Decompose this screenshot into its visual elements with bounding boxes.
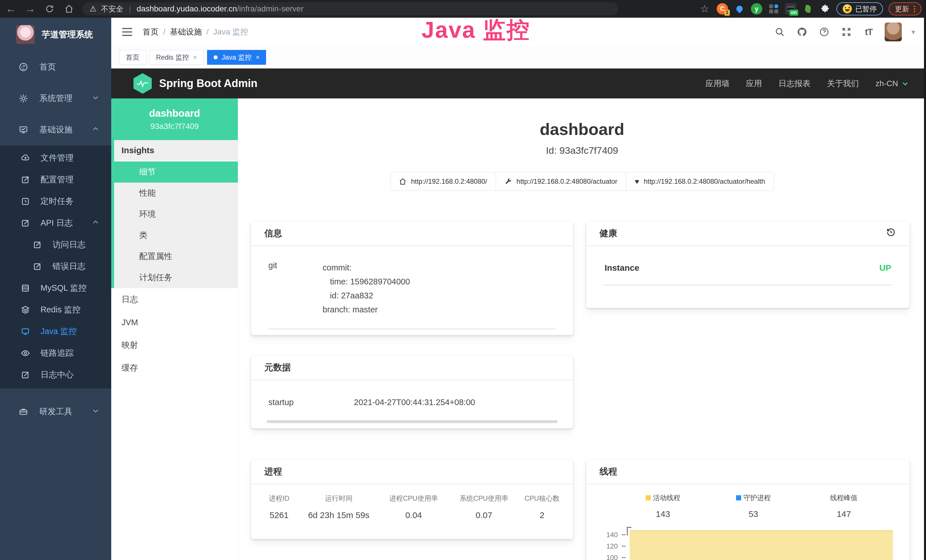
help-icon[interactable]: [818, 26, 831, 38]
daemon-threads-swatch: [736, 495, 741, 500]
app-logo-row[interactable]: 芋道管理系统: [0, 18, 111, 51]
home-icon[interactable]: [63, 3, 75, 15]
browser-menu-icon[interactable]: [914, 6, 915, 12]
cloud-upload-icon: [20, 153, 31, 163]
y-tick-100: 100: [596, 554, 618, 560]
stat-label: 活动线程: [653, 493, 681, 502]
sba-item-configprops[interactable]: 配置属性: [114, 246, 238, 267]
sba-item-classes[interactable]: 类: [114, 225, 238, 246]
breadcrumb-current: Java 监控: [213, 27, 248, 37]
search-icon[interactable]: [773, 26, 786, 38]
row-divider: [604, 285, 892, 285]
extension-pin-icon[interactable]: [734, 3, 745, 15]
address-bar[interactable]: ⚠ 不安全 | dashboard.yudao.iocoder.cn/infra…: [82, 2, 618, 15]
sba-nav-applications[interactable]: 应用: [746, 78, 762, 89]
sba-nav-about[interactable]: 关于我们: [827, 78, 859, 89]
y-tickmark: [622, 546, 626, 546]
sba-nav-wallboard[interactable]: 应用墙: [705, 78, 729, 89]
service-url-button[interactable]: http://192.168.0.2:48080/: [390, 172, 496, 191]
sba-item-metrics[interactable]: 性能: [114, 183, 238, 204]
sba-header: Spring Boot Admin 应用墙 应用 日志报表 关于我们 zh-CN: [111, 68, 926, 98]
val-system-cpu: 0.07: [449, 510, 519, 520]
tag-label: Java 监控: [222, 53, 251, 62]
sidebar-item-logcenter[interactable]: 日志中心: [0, 364, 111, 386]
chevron-down-icon: [92, 407, 99, 416]
close-icon[interactable]: ×: [193, 53, 197, 61]
sidebar-item-job[interactable]: 定时任务: [0, 191, 111, 212]
heartbeat-icon: ♥: [635, 178, 639, 185]
extension-leaf-icon[interactable]: [802, 3, 814, 15]
sidebar-item-devtools[interactable]: 研发工具: [0, 396, 111, 427]
health-card-title: 健康: [599, 227, 617, 239]
avatar-caret-icon[interactable]: ▾: [911, 28, 915, 36]
breadcrumb-home[interactable]: 首页: [142, 27, 159, 37]
sidebar-item-redis[interactable]: Redis 监控: [0, 299, 111, 321]
extension-badge: 1: [724, 10, 730, 16]
horizontal-scrollbar[interactable]: [267, 420, 558, 423]
stat-live-threads: 活动线程 143: [618, 493, 708, 519]
val-uptime: 6d 23h 15m 59s: [299, 510, 378, 520]
sidebar-item-label: Java 监控: [41, 326, 77, 337]
sidebar-item-mysql[interactable]: MySQL 监控: [0, 277, 111, 299]
y-tickmark: [622, 534, 626, 535]
sidebar-item-infra[interactable]: 基础设施: [0, 114, 111, 145]
sba-item-details[interactable]: 细节: [114, 162, 238, 183]
tag-redis[interactable]: Redis 监控 ×: [150, 50, 204, 65]
history-icon[interactable]: [885, 227, 896, 240]
row-divider: [268, 328, 556, 329]
sidebar-item-accesslog[interactable]: 访问日志: [0, 234, 111, 256]
sba-item-scheduledtasks[interactable]: 计划任务: [114, 267, 238, 288]
sidebar-item-trace[interactable]: 链路追踪: [0, 342, 111, 364]
sba-nav-journal[interactable]: 日志报表: [779, 78, 811, 89]
sidebar-item-home[interactable]: 首页: [0, 51, 111, 83]
stat-peak-threads: 线程峰值 147: [799, 493, 889, 519]
close-icon[interactable]: ×: [256, 53, 260, 61]
chrome-update-button[interactable]: 更新: [889, 2, 921, 15]
github-icon[interactable]: [796, 26, 808, 38]
sba-item-environment[interactable]: 环境: [114, 204, 238, 225]
bookmark-star-icon[interactable]: ☆: [698, 3, 711, 15]
instance-header: dashboard 93a3fc7f7409: [111, 98, 238, 140]
sidebar-item-system[interactable]: 系统管理: [0, 83, 111, 114]
sba-item-logging[interactable]: 日志: [111, 288, 238, 311]
sidebar-item-java-monitor[interactable]: Java 监控: [0, 321, 111, 342]
fullscreen-icon[interactable]: [840, 26, 853, 38]
actuator-url-button[interactable]: http://192.168.0.2:48080/actuator: [496, 172, 626, 191]
sidebar-item-file[interactable]: 文件管理: [0, 147, 111, 169]
profile-paused-pill[interactable]: 已暂停: [837, 2, 883, 15]
sidebar-item-apilog[interactable]: API 日志: [0, 212, 111, 234]
sba-item-caches[interactable]: 缓存: [111, 357, 238, 380]
process-table-values: 5261 6d 23h 15m 59s 0.04 0.07 2: [259, 510, 565, 520]
extension-colorzilla-icon[interactable]: C1: [717, 3, 728, 15]
breadcrumb-infra[interactable]: 基础设施: [170, 27, 202, 37]
sidebar-item-errorlog[interactable]: 错误日志: [0, 256, 111, 277]
user-avatar[interactable]: [885, 23, 902, 41]
hamburger-icon[interactable]: [122, 28, 132, 36]
instance-links: http://192.168.0.2:48080/ http://192.168…: [238, 172, 926, 191]
sidebar-item-label: 系统管理: [39, 93, 73, 104]
extensions-puzzle-icon[interactable]: [819, 3, 831, 15]
back-icon[interactable]: ←: [5, 3, 17, 15]
health-url-button[interactable]: ♥ http://192.168.0.2:48080/actuator/heal…: [626, 172, 774, 191]
extension-on-badge: on: [790, 10, 798, 16]
sidebar-item-label: 文件管理: [41, 152, 74, 164]
extension-y-icon[interactable]: y: [751, 3, 762, 15]
font-size-icon[interactable]: tT: [862, 26, 875, 38]
tag-java-active[interactable]: Java 监控 ×: [207, 50, 266, 65]
sba-locale-select[interactable]: zh-CN: [876, 79, 909, 88]
forward-icon[interactable]: →: [24, 3, 36, 15]
info-card-body: git commit: time: 1596289704000 id: 27aa…: [251, 246, 573, 317]
tag-home[interactable]: 首页: [119, 50, 146, 65]
sidebar-item-label: 研发工具: [39, 406, 73, 417]
extension-grid-icon[interactable]: [768, 3, 779, 15]
extension-switch-icon[interactable]: on: [785, 3, 796, 15]
eye-icon: [20, 349, 31, 358]
profile-emoji-icon: [843, 4, 852, 14]
sidebar-item-config[interactable]: 配置管理: [0, 169, 111, 191]
reload-icon[interactable]: [43, 3, 56, 15]
sba-item-jvm[interactable]: JVM: [111, 311, 238, 334]
process-card: 进程 进程ID 运行时间 进程CPU使用率 系统CPU使用率 CPU核心数 52…: [251, 459, 573, 539]
sba-item-mappings[interactable]: 映射: [111, 334, 238, 357]
health-instance-row[interactable]: Instance UP: [586, 246, 909, 273]
service-url: http://192.168.0.2:48080/: [411, 177, 487, 185]
